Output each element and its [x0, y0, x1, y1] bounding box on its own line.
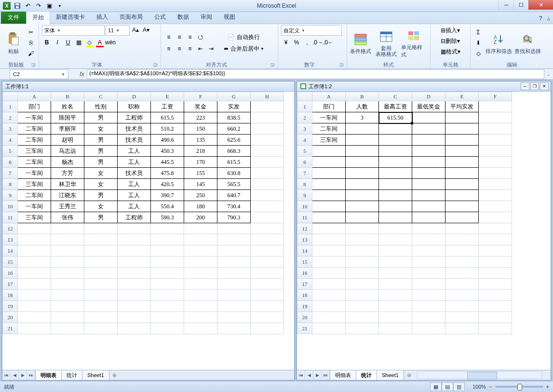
cell[interactable]	[379, 135, 412, 146]
find-select-button[interactable]: 查找和选择	[514, 27, 541, 59]
cell[interactable]	[445, 168, 479, 179]
cell[interactable]	[479, 112, 512, 123]
cell[interactable]	[312, 146, 346, 157]
cell[interactable]	[251, 301, 284, 312]
nav-next-icon[interactable]: ▶	[19, 370, 27, 380]
row-header[interactable]: 5	[297, 146, 312, 157]
cell[interactable]	[151, 245, 184, 257]
cell[interactable]	[479, 323, 512, 334]
cell[interactable]: 223	[184, 112, 217, 123]
row-header[interactable]: 15	[3, 257, 18, 268]
cell[interactable]: 625.6	[217, 135, 251, 146]
cell[interactable]	[84, 223, 118, 234]
cell[interactable]: 赵明	[51, 135, 84, 146]
cell[interactable]: 工人	[118, 146, 151, 157]
row-header[interactable]: 9	[297, 190, 312, 201]
cell[interactable]	[445, 157, 479, 168]
cell[interactable]	[412, 279, 445, 290]
cell[interactable]: 510.2	[151, 123, 184, 135]
cell[interactable]	[445, 245, 479, 257]
cell[interactable]: 615.5	[217, 157, 251, 168]
cell[interactable]	[151, 268, 184, 279]
column-header[interactable]: F	[184, 92, 217, 101]
cell[interactable]	[251, 190, 284, 201]
cell[interactable]	[312, 223, 346, 234]
cell[interactable]	[346, 257, 379, 268]
workbook-title-1[interactable]: 工作簿1:1	[2, 81, 294, 92]
increase-indent-icon[interactable]: ⇥	[206, 44, 216, 54]
cell[interactable]: 135	[184, 135, 217, 146]
wb-close-icon[interactable]: ✕	[540, 82, 549, 90]
cell[interactable]: 一车间	[18, 201, 51, 212]
new-sheet-icon[interactable]: ⊕	[404, 372, 414, 378]
row-header[interactable]: 20	[3, 312, 18, 323]
cell[interactable]	[251, 168, 284, 179]
cell[interactable]	[151, 234, 184, 245]
cell[interactable]: 二车间	[18, 157, 51, 168]
cell[interactable]: 工人	[118, 179, 151, 190]
cell[interactable]	[346, 135, 379, 146]
font-size-combo[interactable]: 11▼	[106, 25, 130, 36]
cell[interactable]	[251, 135, 284, 146]
cell[interactable]	[479, 157, 512, 168]
cell[interactable]: 李丽萍	[51, 123, 84, 135]
launcher-icon[interactable]: ◲	[270, 61, 275, 68]
cell[interactable]	[151, 301, 184, 312]
cell[interactable]	[84, 301, 118, 312]
column-header[interactable]: C	[379, 92, 412, 101]
row-header[interactable]: 17	[297, 279, 312, 290]
sheet-tab[interactable]: Sheet1	[82, 370, 109, 380]
cell[interactable]: 二车间	[18, 123, 51, 135]
cell[interactable]	[184, 290, 217, 301]
cell[interactable]: 工资	[151, 101, 184, 112]
row-header[interactable]: 12	[3, 223, 18, 234]
cell[interactable]	[346, 323, 379, 334]
cell[interactable]	[217, 290, 251, 301]
cell[interactable]: 工程师	[118, 112, 151, 123]
cell[interactable]	[412, 323, 445, 334]
cell[interactable]	[312, 312, 346, 323]
cell[interactable]	[84, 323, 118, 334]
paste-button[interactable]: 粘贴	[3, 27, 24, 59]
column-header[interactable]: F	[479, 92, 512, 101]
cell[interactable]	[412, 290, 445, 301]
cell[interactable]	[312, 190, 346, 201]
cell[interactable]	[18, 245, 51, 257]
undo-icon[interactable]: ↶	[23, 1, 33, 11]
cell[interactable]: 部门	[18, 101, 51, 112]
cell[interactable]	[412, 201, 445, 212]
row-header[interactable]: 8	[3, 179, 18, 190]
cell[interactable]	[445, 112, 479, 123]
cell[interactable]	[51, 268, 84, 279]
cell[interactable]	[84, 268, 118, 279]
cell[interactable]	[312, 234, 346, 245]
cell[interactable]	[479, 190, 512, 201]
cell[interactable]	[217, 234, 251, 245]
comma-icon[interactable]: ,	[302, 38, 312, 47]
cell[interactable]	[118, 234, 151, 245]
launcher-icon[interactable]: ◲	[339, 61, 344, 68]
cell[interactable]	[479, 268, 512, 279]
cell[interactable]	[379, 223, 412, 234]
cell[interactable]	[479, 212, 512, 223]
cell[interactable]: 杨杰	[51, 157, 84, 168]
cell[interactable]: 590.3	[151, 212, 184, 223]
cell[interactable]	[445, 135, 479, 146]
row-header[interactable]: 11	[3, 212, 18, 223]
cell[interactable]	[379, 157, 412, 168]
cell[interactable]	[251, 212, 284, 223]
increase-font-icon[interactable]: A▴	[131, 25, 140, 35]
cell[interactable]	[251, 290, 284, 301]
cell[interactable]	[18, 279, 51, 290]
cell[interactable]	[412, 257, 445, 268]
cell[interactable]	[445, 223, 479, 234]
format-as-table-button[interactable]: 套用 表格格式	[373, 27, 399, 59]
orientation-icon[interactable]: ⭯	[196, 32, 205, 42]
cell[interactable]	[412, 268, 445, 279]
cell[interactable]	[312, 323, 346, 334]
cell[interactable]	[51, 323, 84, 334]
cell[interactable]	[412, 301, 445, 312]
cell[interactable]	[412, 112, 445, 123]
cell[interactable]	[118, 268, 151, 279]
file-tab[interactable]: 文件	[1, 12, 26, 24]
